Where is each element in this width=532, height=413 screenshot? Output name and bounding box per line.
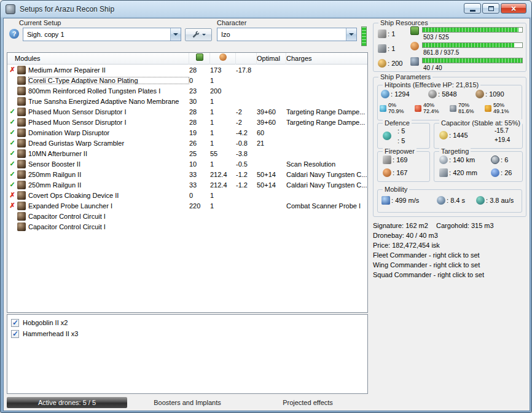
resist-icon — [450, 105, 456, 112]
optimal-column-header[interactable]: Optimal — [257, 53, 286, 65]
resist-values: 0% 70.9% — [388, 102, 404, 114]
drone-row[interactable]: Hobgoblin II x2 — [7, 317, 367, 328]
setup-tools-button[interactable] — [185, 28, 212, 41]
resist-cell: 40% 72.4% — [415, 102, 450, 114]
module-icon — [17, 108, 26, 116]
module-powergrid-value: 1 — [210, 129, 236, 136]
maximize-button[interactable] — [482, 3, 499, 14]
drone-checkbox[interactable] — [11, 330, 19, 338]
squad-commander-slot[interactable]: Squad Commander - right click to set — [373, 270, 528, 280]
module-row[interactable]: 10MN Afterburner II 25 55 -3.8 — [7, 148, 367, 159]
module-name: Dread Guristas Warp Scrambler — [28, 140, 189, 147]
module-powergrid-value: 1 — [210, 140, 236, 147]
shield-resist-value: 0% — [388, 102, 404, 108]
hardpoint-stat: 1 — [378, 41, 402, 56]
module-name: True Sansha Energized Adaptive Nano Memb… — [28, 98, 189, 105]
window-title: Setups for Arazu Recon Ship — [20, 5, 114, 14]
module-row[interactable]: Sensor Booster II 10 1 -0.5 Scan Resolut… — [7, 159, 367, 169]
module-row[interactable]: Dread Guristas Warp Scrambler 26 1 -0.8 … — [7, 138, 367, 148]
hitpoints-title: Hitpoints (Effective HP: 21,815) — [383, 81, 480, 88]
current-setup-label: Current Setup — [19, 19, 61, 26]
module-status-icon — [7, 66, 17, 74]
character-select[interactable]: Izo — [217, 28, 357, 41]
module-status-icon — [7, 128, 17, 136]
targeting-title: Targeting — [439, 148, 471, 155]
align-time-value: 8.4 s — [447, 197, 465, 204]
module-row[interactable]: Phased Muon Sensor Disruptor I 28 1 -2 3… — [7, 117, 367, 127]
module-row[interactable]: Domination Warp Disruptor 19 1 -4.2 60 — [7, 127, 367, 138]
module-cap-value: -2 — [236, 108, 257, 116]
module-charges-value: Combat Scanner Probe I — [286, 202, 367, 210]
firepower-group: Firepower 169 167 — [377, 151, 430, 182]
module-row[interactable]: 250mm Railgun II 33 212.4 -1.2 50+14 Cal… — [7, 179, 367, 190]
max-targets-value: 6 — [501, 156, 508, 163]
module-powergrid-value: 200 — [210, 87, 236, 95]
current-setup-select[interactable]: Sigh. copy 1 — [23, 28, 181, 41]
module-cpu-value: 30 — [189, 98, 210, 105]
module-cpu-value: 23 — [189, 87, 210, 95]
bottom-tab[interactable]: Active drones: 5 / 5 — [7, 397, 127, 408]
drone-checkbox[interactable] — [11, 319, 19, 327]
cpu-column-header[interactable] — [189, 53, 210, 65]
module-optimal-value: 21 — [257, 140, 286, 147]
scan-resolution-icon — [439, 168, 448, 177]
module-row[interactable]: Capacitor Control Circuit I — [7, 211, 367, 221]
modules-column-header[interactable]: Modules — [7, 53, 189, 65]
module-row[interactable]: Medium Armor Repairer II 28 173 -17.8 — [7, 65, 367, 75]
module-powergrid-value: 55 — [210, 150, 236, 157]
module-row[interactable]: Coreli C-Type Adaptive Nano Plating 0 1 — [7, 75, 367, 85]
warp-speed-icon — [476, 196, 485, 205]
module-row[interactable]: Expanded Probe Launcher I 220 1 Combat S… — [7, 200, 367, 211]
module-icon — [17, 181, 26, 189]
charges-column-header[interactable]: Charges — [286, 53, 367, 65]
wrench-icon — [192, 31, 200, 39]
module-status-icon — [7, 118, 17, 126]
bottom-tab-label: Boosters and Implants — [154, 399, 221, 406]
module-row[interactable]: Phased Muon Sensor Disruptor I 28 1 -2 3… — [7, 106, 367, 117]
module-cpu-value: 33 — [189, 181, 210, 189]
hitpoint-pool: 1294 — [381, 90, 428, 98]
drone-label: Hammerhead II x3 — [23, 330, 78, 337]
module-powergrid-value: 1 — [210, 77, 236, 84]
bottom-tab[interactable]: Projected effects — [248, 397, 368, 408]
character-label: Character — [217, 19, 246, 26]
resist-icon — [415, 105, 421, 112]
chevron-down-icon[interactable] — [346, 28, 356, 41]
drone-row[interactable]: Hammerhead II x3 — [7, 328, 367, 339]
module-icon — [17, 87, 26, 95]
resource-icon — [410, 42, 419, 50]
minimize-button[interactable] — [464, 3, 481, 14]
wing-commander-slot[interactable]: Wing Commander - right click to set — [373, 260, 528, 270]
module-icon — [17, 97, 26, 106]
defence-icon — [383, 132, 391, 140]
resource-value: 503 / 525 — [423, 34, 449, 41]
resource-icon — [410, 57, 419, 66]
fleet-commander-slot[interactable]: Fleet Commander - right click to set — [373, 250, 528, 260]
resist-cell: 50% 49.1% — [485, 102, 520, 114]
module-row[interactable]: 800mm Reinforced Rolled Tungsten Plates … — [7, 85, 367, 96]
ship-resources-group: Ship Resources 1 1 200 503 / 525 861.8 /… — [373, 23, 526, 72]
bottom-tab[interactable]: Boosters and Implants — [127, 397, 248, 408]
module-status-icon — [7, 191, 17, 199]
resist-values: 70% 81.6% — [458, 102, 474, 114]
defence-bottom-value: 5 — [397, 136, 405, 146]
maximize-icon — [488, 6, 494, 11]
module-status-icon — [7, 170, 17, 178]
capacitor-recharge: +19.4 — [495, 135, 510, 144]
titlebar[interactable]: Setups for Arazu Recon Ship — [1, 1, 531, 18]
resource-bar — [422, 27, 523, 33]
module-icon — [17, 118, 26, 127]
close-button[interactable] — [501, 3, 526, 14]
help-icon[interactable] — [9, 29, 19, 39]
module-name: Medium Armor Repairer II — [28, 66, 189, 74]
chevron-down-icon[interactable] — [170, 28, 181, 41]
powergrid-icon — [219, 53, 227, 61]
powergrid-column-header[interactable] — [210, 53, 236, 65]
module-row[interactable]: 250mm Railgun II 33 212.4 -1.2 50+14 Cal… — [7, 169, 367, 179]
module-row[interactable]: Capacitor Control Circuit I — [7, 221, 367, 232]
capacitor-column-header[interactable] — [236, 53, 257, 65]
module-charges-value: Targeting Range Dampe... — [286, 108, 367, 116]
current-setup-value: Sigh. copy 1 — [23, 31, 170, 38]
module-row[interactable]: True Sansha Energized Adaptive Nano Memb… — [7, 96, 367, 106]
module-row[interactable]: Covert Ops Cloaking Device II 0 1 — [7, 190, 367, 200]
